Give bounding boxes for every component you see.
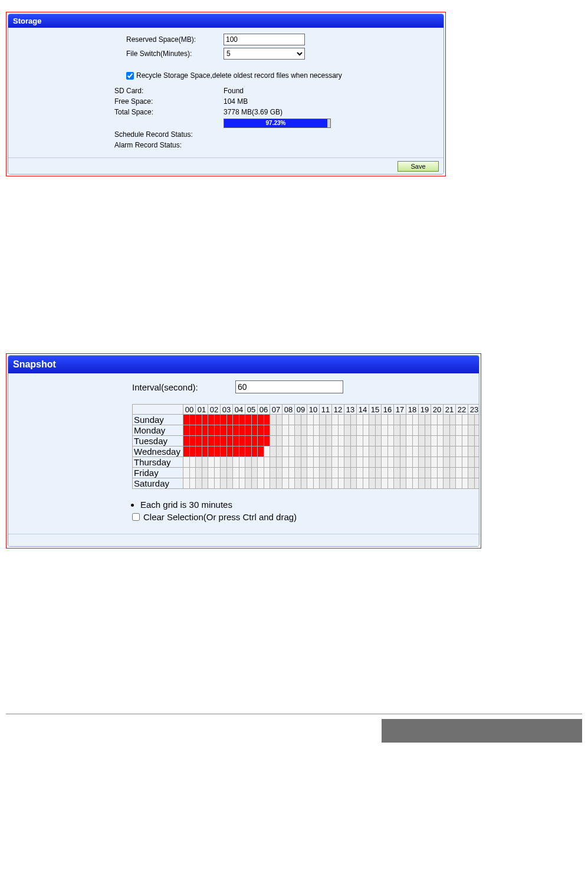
schedule-cell[interactable] xyxy=(270,478,277,489)
schedule-cell[interactable] xyxy=(307,468,314,478)
schedule-cell[interactable] xyxy=(276,468,282,478)
schedule-cell[interactable] xyxy=(369,425,376,436)
schedule-cell[interactable] xyxy=(270,436,277,446)
schedule-cell[interactable] xyxy=(425,415,431,425)
schedule-cell[interactable] xyxy=(295,468,301,478)
schedule-cell[interactable] xyxy=(189,436,196,446)
schedule-cell[interactable] xyxy=(258,415,264,425)
schedule-cell[interactable] xyxy=(245,436,252,446)
schedule-cell[interactable] xyxy=(233,468,239,478)
schedule-cell[interactable] xyxy=(419,425,425,436)
schedule-cell[interactable] xyxy=(264,415,270,425)
schedule-cell[interactable] xyxy=(474,425,479,436)
schedule-cell[interactable] xyxy=(344,436,351,446)
schedule-cell[interactable] xyxy=(363,468,369,478)
schedule-cell[interactable] xyxy=(214,468,221,478)
schedule-cell[interactable] xyxy=(394,415,400,425)
schedule-cell[interactable] xyxy=(363,436,369,446)
schedule-cell[interactable] xyxy=(320,468,326,478)
schedule-cell[interactable] xyxy=(338,425,344,436)
schedule-cell[interactable] xyxy=(419,478,425,489)
schedule-cell[interactable] xyxy=(449,415,456,425)
schedule-cell[interactable] xyxy=(332,468,339,478)
schedule-cell[interactable] xyxy=(350,478,357,489)
schedule-cell[interactable] xyxy=(431,468,438,478)
schedule-cell[interactable] xyxy=(301,415,307,425)
schedule-cell[interactable] xyxy=(412,436,419,446)
schedule-cell[interactable] xyxy=(375,415,382,425)
schedule-cell[interactable] xyxy=(320,425,326,436)
schedule-cell[interactable] xyxy=(196,468,202,478)
schedule-cell[interactable] xyxy=(363,446,369,457)
schedule-cell[interactable] xyxy=(307,457,314,468)
schedule-cell[interactable] xyxy=(369,478,376,489)
schedule-cell[interactable] xyxy=(375,468,382,478)
schedule-cell[interactable] xyxy=(449,436,456,446)
schedule-cell[interactable] xyxy=(375,425,382,436)
schedule-cell[interactable] xyxy=(338,468,344,478)
schedule-cell[interactable] xyxy=(221,425,227,436)
schedule-cell[interactable] xyxy=(233,436,239,446)
schedule-cell[interactable] xyxy=(258,436,264,446)
schedule-cell[interactable] xyxy=(406,457,413,468)
schedule-cell[interactable] xyxy=(462,457,468,468)
schedule-cell[interactable] xyxy=(431,415,438,425)
schedule-cell[interactable] xyxy=(474,468,479,478)
schedule-cell[interactable] xyxy=(301,457,307,468)
schedule-cell[interactable] xyxy=(350,468,357,478)
schedule-cell[interactable] xyxy=(301,436,307,446)
schedule-cell[interactable] xyxy=(326,415,332,425)
schedule-cell[interactable] xyxy=(394,425,400,436)
schedule-cell[interactable] xyxy=(295,425,301,436)
schedule-cell[interactable] xyxy=(468,446,475,457)
schedule-cell[interactable] xyxy=(251,478,258,489)
schedule-cell[interactable] xyxy=(357,478,363,489)
schedule-cell[interactable] xyxy=(444,468,450,478)
schedule-cell[interactable] xyxy=(369,457,376,468)
schedule-cell[interactable] xyxy=(245,425,252,436)
schedule-cell[interactable] xyxy=(189,478,196,489)
schedule-cell[interactable] xyxy=(449,478,456,489)
schedule-cell[interactable] xyxy=(214,425,221,436)
schedule-cell[interactable] xyxy=(307,425,314,436)
schedule-cell[interactable] xyxy=(251,425,258,436)
schedule-cell[interactable] xyxy=(221,468,227,478)
save-button[interactable]: Save xyxy=(398,161,439,172)
schedule-cell[interactable] xyxy=(196,478,202,489)
schedule-cell[interactable] xyxy=(258,468,264,478)
schedule-cell[interactable] xyxy=(344,478,351,489)
schedule-cell[interactable] xyxy=(363,425,369,436)
schedule-cell[interactable] xyxy=(375,478,382,489)
schedule-cell[interactable] xyxy=(282,425,289,436)
schedule-cell[interactable] xyxy=(431,457,438,468)
schedule-cell[interactable] xyxy=(375,436,382,446)
schedule-cell[interactable] xyxy=(270,415,277,425)
schedule-cell[interactable] xyxy=(320,436,326,446)
schedule-cell[interactable] xyxy=(221,478,227,489)
schedule-cell[interactable] xyxy=(221,457,227,468)
schedule-cell[interactable] xyxy=(264,436,270,446)
schedule-cell[interactable] xyxy=(468,457,475,468)
schedule-cell[interactable] xyxy=(214,457,221,468)
schedule-cell[interactable] xyxy=(202,457,208,468)
schedule-cell[interactable] xyxy=(437,415,444,425)
schedule-cell[interactable] xyxy=(382,446,388,457)
schedule-cell[interactable] xyxy=(431,446,438,457)
schedule-cell[interactable] xyxy=(326,478,332,489)
schedule-cell[interactable] xyxy=(276,415,282,425)
schedule-cell[interactable] xyxy=(474,446,479,457)
schedule-cell[interactable] xyxy=(468,436,475,446)
schedule-cell[interactable] xyxy=(425,425,431,436)
schedule-cell[interactable] xyxy=(437,446,444,457)
schedule-cell[interactable] xyxy=(239,436,245,446)
schedule-cell[interactable] xyxy=(233,478,239,489)
schedule-cell[interactable] xyxy=(239,446,245,457)
schedule-cell[interactable] xyxy=(313,425,320,436)
schedule-cell[interactable] xyxy=(202,468,208,478)
schedule-cell[interactable] xyxy=(295,478,301,489)
schedule-cell[interactable] xyxy=(425,436,431,446)
schedule-cell[interactable] xyxy=(270,446,277,457)
schedule-cell[interactable] xyxy=(288,436,295,446)
schedule-cell[interactable] xyxy=(226,436,233,446)
schedule-cell[interactable] xyxy=(326,468,332,478)
